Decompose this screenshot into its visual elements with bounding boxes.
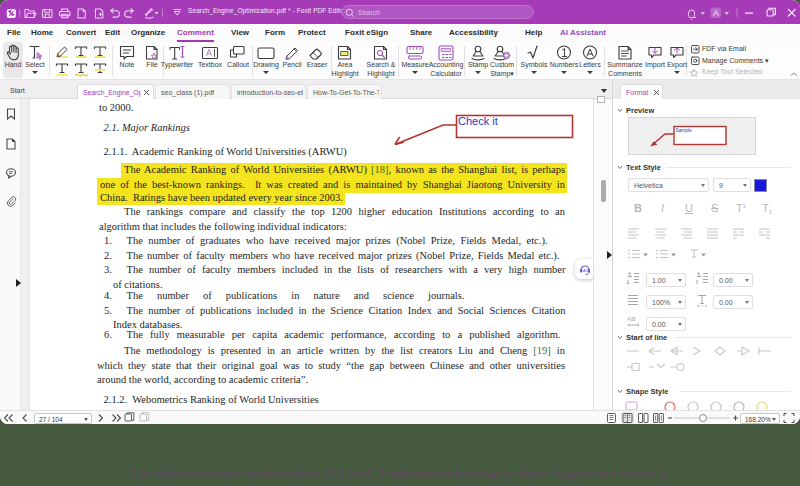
svg-text:A|B: A|B — [627, 316, 636, 322]
svg-text:AI: AI — [583, 268, 587, 273]
svg-text:Sample: Sample — [676, 128, 693, 133]
svg-text:A: A — [713, 8, 719, 18]
